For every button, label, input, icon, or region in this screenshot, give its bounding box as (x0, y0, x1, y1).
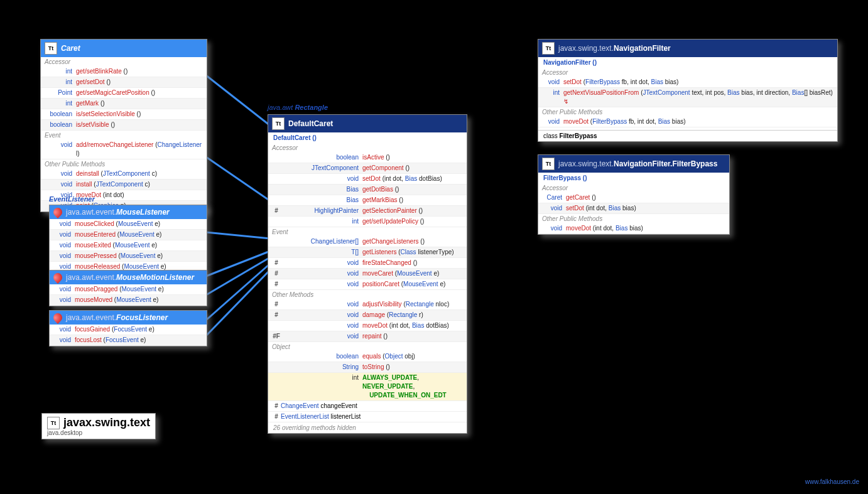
defaultcaret-constructor: DefaultCaret () (268, 132, 467, 143)
method-row: #voidfireStateChanged () (268, 258, 467, 269)
section-other: Other Public Methods (41, 159, 207, 169)
method-row: voidsetDot (int dot, Bias bias) (538, 203, 729, 214)
method-row: booleanisActive () (268, 153, 467, 163)
method-row: intgetNextVisualPositionFrom (JTextCompo… (538, 88, 837, 107)
method-row: #voidmoveCaret (MouseEvent e) (268, 269, 467, 279)
method-row: #HighlightPaintergetSelectionPainter () (268, 206, 467, 217)
constants-row: int ALWAYS_UPDATE, NEVER_UPDATE, UPDATE_… (268, 373, 467, 401)
tt-icon: Tt (542, 42, 555, 55)
module-name: java.desktop (47, 429, 150, 436)
navfilter-header: Tt javax.swing.text.NavigationFilter (538, 40, 837, 57)
focus-header: java.awt.event.FocusListener (50, 311, 207, 325)
defaultcaret-header: Tt DefaultCaret (268, 115, 467, 132)
package-name: javax.swing.text (63, 416, 150, 429)
method-row: voidmoveDot (int dot, Bias dotBias) (268, 321, 467, 331)
method-row: voidmouseDragged (MouseEvent e) (50, 284, 207, 295)
footer-link[interactable]: www.falkhausen.de (805, 478, 859, 485)
caret-header: Tt Caret (41, 40, 207, 57)
method-row: T[]getListeners (Class listenerType) (268, 247, 467, 258)
method-row: voidmousePressed (MouseEvent e) (50, 251, 207, 262)
mousemotion-header: java.awt.event.MouseMotionListener (50, 271, 207, 284)
method-row: voidmouseEntered (MouseEvent e) (50, 230, 207, 240)
method-row: voidmoveDot (FilterBypass fb, int dot, B… (538, 117, 837, 127)
focuslistener-box: java.awt.event.FocusListener voidfocusGa… (49, 310, 207, 346)
svg-line-3 (206, 251, 270, 276)
field-row: #ChangeEvent changeEvent (268, 401, 467, 412)
method-row: voidadd/removeChangeListener (ChangeList… (41, 140, 207, 159)
method-row: ChangeListener[]getChangeListeners () (268, 237, 467, 247)
svg-line-2 (206, 232, 270, 239)
mouselistener-box: java.awt.event.MouseListener voidmouseCl… (49, 205, 207, 273)
method-row: #voidadjustVisibility (Rectangle nloc) (268, 299, 467, 310)
method-row: voidmouseClicked (MouseEvent e) (50, 219, 207, 230)
defaultcaret-box: Tt DefaultCaret DefaultCaret () Accessor… (268, 114, 467, 434)
method-row: booleanequals (Object obj) (268, 352, 467, 362)
mousemotion-box: java.awt.event.MouseMotionListener voidm… (49, 270, 207, 306)
tt-icon: Tt (45, 42, 57, 55)
mouselistener-header: java.awt.event.MouseListener (50, 205, 207, 219)
svg-line-5 (206, 264, 270, 320)
method-row: voiddeinstall (JTextComponent c) (41, 169, 207, 180)
pin-icon (52, 271, 64, 284)
method-row: intget/setUpdatePolicy () (268, 217, 467, 227)
package-box: Tt javax.swing.text java.desktop (41, 413, 156, 439)
pin-icon (52, 206, 64, 218)
method-row: #voiddamage (Rectangle r) (268, 310, 467, 321)
method-row: intget/setDot () (41, 77, 207, 88)
method-row: booleanis/setVisible () (41, 120, 207, 131)
section-event: Event (41, 131, 207, 140)
method-row: voidfocusLost (FocusEvent e) (50, 335, 207, 346)
filterbypass-box: Tt javax.swing.text.NavigationFilter.Fil… (538, 154, 730, 235)
pin-icon (52, 311, 64, 324)
caret-title: Caret (61, 44, 80, 53)
rectangle-label: java.awt Rectangle (268, 104, 328, 111)
svg-line-0 (206, 75, 270, 126)
section-accessor: Accessor (41, 57, 207, 67)
method-row: CaretgetCaret () (538, 193, 729, 203)
svg-line-6 (206, 270, 270, 336)
method-row: BiasgetDotBias () (268, 185, 467, 195)
method-row: JTextComponentgetComponent () (268, 163, 467, 174)
method-row: voidinstall (JTextComponent c) (41, 180, 207, 190)
field-row: #EventListenerList listenerList (268, 412, 467, 422)
method-row: Pointget/setMagicCaretPosition () (41, 88, 207, 99)
filterbypass-header: Tt javax.swing.text.NavigationFilter.Fil… (538, 155, 729, 173)
navigationfilter-box: Tt javax.swing.text.NavigationFilter Nav… (538, 39, 838, 142)
method-row: intgetMark () (41, 99, 207, 109)
inner-class-line: class FilterBypass (538, 130, 837, 141)
method-row: BiasgetMarkBias () (268, 195, 467, 206)
method-row: voidmouseExited (MouseEvent e) (50, 240, 207, 251)
hidden-methods-note: 26 overriding methods hidden (268, 422, 467, 433)
method-row: #Fvoidrepaint () (268, 331, 467, 342)
navfilter-constructor: NavigationFilter () (538, 57, 837, 68)
method-row: booleanis/setSelectionVisible () (41, 109, 207, 120)
method-row: voidsetDot (FilterBypass fb, int dot, Bi… (538, 77, 837, 88)
tt-icon: Tt (47, 417, 60, 429)
method-row: intget/setBlinkRate () (41, 67, 207, 77)
tt-icon: Tt (542, 158, 555, 170)
method-row: voidfocusGained (FocusEvent e) (50, 325, 207, 335)
svg-line-1 (206, 157, 270, 201)
tt-icon: Tt (272, 117, 285, 130)
method-row: #voidpositionCaret (MouseEvent e) (268, 279, 467, 290)
eventlistener-label: EventListener (49, 195, 95, 203)
svg-line-4 (206, 257, 270, 295)
caret-class-box: Tt Caret Accessor intget/setBlinkRate ()… (40, 39, 207, 212)
method-row: voidsetDot (int dot, Bias dotBias) (268, 174, 467, 185)
filterbypass-constructor: FilterBypass () (538, 173, 729, 183)
method-row: voidmoveDot (int dot, Bias bias) (538, 223, 729, 234)
method-row: voidmouseMoved (MouseEvent e) (50, 295, 207, 306)
method-row: StringtoString () (268, 362, 467, 373)
